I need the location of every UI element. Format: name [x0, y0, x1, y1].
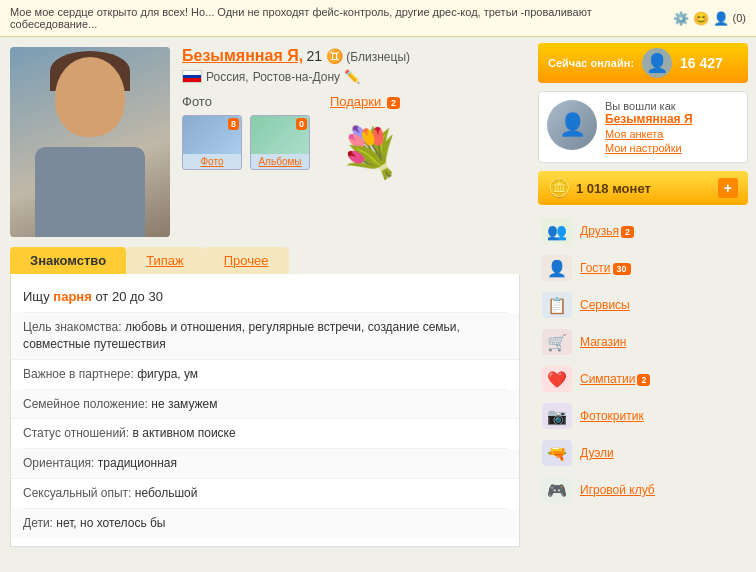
relationship-label: Статус отношений: — [23, 426, 129, 440]
sidebar-menu: 👥Друзья2👤Гости30📋Сервисы🛒Магазин❤️Симпат… — [538, 213, 748, 509]
profile-country: Россия, — [206, 70, 249, 84]
important-label: Важное в партнере: — [23, 367, 134, 381]
tabs-section: Знакомство Типаж Прочее Ищу парня от 20 … — [10, 247, 520, 547]
looking-for-age: от 20 до 30 — [95, 289, 162, 304]
coins-amount: 1 018 монет — [576, 181, 651, 196]
orientation-value: традиционная — [98, 456, 177, 470]
photo-thumb[interactable]: 8 Фото — [182, 115, 242, 170]
family-label: Семейное положение: — [23, 397, 148, 411]
children-value: нет, но хотелось бы — [56, 516, 165, 530]
important-value: фигура, ум — [137, 367, 198, 381]
looking-for-row: Ищу парня от 20 до 30 — [23, 282, 507, 313]
user-icon[interactable]: 👤 — [713, 11, 729, 26]
children-row: Дети: нет, но хотелось бы — [11, 509, 519, 538]
flag-russia — [182, 70, 202, 83]
photo-section: Фото 8 Фото 0 — [182, 94, 310, 190]
likes-badge: 2 — [637, 374, 650, 386]
gifts-count-badge: 2 — [387, 97, 400, 109]
user-card-name[interactable]: Безымянная Я — [605, 112, 693, 126]
profile-info: Безымянная Я, 21 ♊ (Близнецы) Россия, Ро… — [182, 47, 520, 237]
looking-for-who: парня — [53, 289, 91, 304]
guests-icon: 👤 — [542, 255, 572, 281]
profile-age: 21 ♊ — [306, 48, 342, 64]
sidebar-item-label-likes: Симпатии2 — [580, 372, 650, 386]
online-now-label: Сейчас онлайн: — [548, 57, 634, 69]
looking-for-prefix: Ищу — [23, 289, 50, 304]
albums-count-badge: 0 — [296, 118, 307, 130]
add-coins-button[interactable]: + — [718, 178, 738, 198]
photo-thumb-label[interactable]: Фото — [201, 156, 224, 167]
my-settings-link[interactable]: Мои настройки — [605, 142, 693, 154]
sidebar-item-guests[interactable]: 👤Гости30 — [538, 250, 748, 287]
person-face — [55, 57, 125, 137]
goal-row: Цель знакомства: любовь и отношения, рег… — [11, 313, 519, 360]
sidebar-item-friends[interactable]: 👥Друзья2 — [538, 213, 748, 250]
albums-thumb-label[interactable]: Альбомы — [258, 156, 301, 167]
profile-photo-big[interactable] — [10, 47, 170, 237]
sidebar-item-label-games: Игровой клуб — [580, 483, 655, 497]
sidebar-item-games[interactable]: 🎮Игровой клуб — [538, 472, 748, 509]
photo-count-badge: 8 — [228, 118, 239, 130]
online-now-count: 16 427 — [680, 55, 723, 71]
albums-thumb[interactable]: 0 Альбомы — [250, 115, 310, 170]
duels-icon: 🔫 — [542, 440, 572, 466]
smile-icon[interactable]: 😊 — [693, 11, 709, 26]
gear-icon[interactable]: ⚙️ — [673, 11, 689, 26]
sidebar-item-photocritic[interactable]: 📷Фотокритик — [538, 398, 748, 435]
online-now-bar: Сейчас онлайн: 👤 16 427 — [538, 43, 748, 83]
comment-count: (0) — [733, 12, 746, 24]
sidebar-item-duels[interactable]: 🔫Дуэли — [538, 435, 748, 472]
photo-section-label: Фото — [182, 94, 310, 109]
edit-location-icon[interactable]: ✏️ — [344, 69, 360, 84]
tabs-bar: Знакомство Типаж Прочее — [10, 247, 520, 274]
my-profile-link[interactable]: Моя анкета — [605, 128, 693, 140]
friends-badge: 2 — [621, 226, 634, 238]
user-card: 👤 Вы вошли как Безымянная Я Моя анкета М… — [538, 91, 748, 163]
important-row: Важное в партнере: фигура, ум — [23, 360, 507, 390]
sidebar-item-label-friends: Друзья2 — [580, 224, 634, 238]
logged-as-label: Вы вошли как — [605, 100, 693, 112]
guests-badge: 30 — [613, 263, 631, 275]
flower-bouquet-icon: 💐 — [340, 125, 400, 181]
profile-zodiac-label: (Близнецы) — [346, 50, 410, 64]
tab-znakomstvo[interactable]: Знакомство — [10, 247, 126, 274]
sidebar-item-services[interactable]: 📋Сервисы — [538, 287, 748, 324]
sidebar-item-label-photocritic: Фотокритик — [580, 409, 644, 423]
profile-location: Россия, Ростов-на-Дону ✏️ — [182, 69, 520, 84]
goal-label: Цель знакомства: — [23, 320, 122, 334]
services-icon: 📋 — [542, 292, 572, 318]
top-bar-icons: ⚙️ 😊 👤 (0) — [673, 11, 746, 26]
status-text: Мое мое сердце открыто для всех! Но... О… — [10, 6, 667, 30]
sidebar-item-label-services: Сервисы — [580, 298, 630, 312]
gifts-label[interactable]: Подарки 2 — [330, 94, 410, 109]
left-panel: Безымянная Я, 21 ♊ (Близнецы) Россия, Ро… — [0, 37, 530, 557]
profile-name[interactable]: Безымянная Я, — [182, 47, 303, 64]
orientation-row: Ориентация: традиционная — [11, 449, 519, 479]
user-card-avatar[interactable]: 👤 — [547, 100, 597, 150]
orientation-label: Ориентация: — [23, 456, 94, 470]
top-bar: Мое мое сердце открыто для всех! Но... О… — [0, 0, 756, 37]
sidebar-item-likes[interactable]: ❤️Симпатии2 — [538, 361, 748, 398]
sidebar-item-label-shop: Магазин — [580, 335, 626, 349]
profile-photo-inner — [10, 47, 170, 237]
tab-prochee[interactable]: Прочее — [204, 247, 289, 274]
games-icon: 🎮 — [542, 477, 572, 503]
relationship-value: в активном поиске — [133, 426, 236, 440]
sidebar-item-label-guests: Гости30 — [580, 261, 631, 275]
profile-city: Ростов-на-Дону — [253, 70, 340, 84]
tab-tipazh[interactable]: Типаж — [126, 247, 204, 274]
family-row: Семейное положение: не замужем — [11, 390, 519, 420]
likes-icon: ❤️ — [542, 366, 572, 392]
profile-name-row: Безымянная Я, 21 ♊ (Близнецы) — [182, 47, 520, 65]
coins-bar: 🪙 1 018 монет + — [538, 171, 748, 205]
gift-image[interactable]: 💐 — [330, 115, 410, 190]
person-body — [35, 147, 145, 237]
right-panel: Сейчас онлайн: 👤 16 427 👤 Вы вошли как Б… — [530, 37, 756, 557]
sidebar-item-label-duels: Дуэли — [580, 446, 614, 460]
online-now-avatar[interactable]: 👤 — [642, 48, 672, 78]
sidebar-item-shop[interactable]: 🛒Магазин — [538, 324, 748, 361]
relationship-row: Статус отношений: в активном поиске — [23, 419, 507, 449]
photo-gifts-section: Фото 8 Фото 0 — [182, 94, 520, 190]
profile-header: Безымянная Я, 21 ♊ (Близнецы) Россия, Ро… — [10, 47, 520, 237]
coins-icon: 🪙 — [548, 177, 570, 199]
